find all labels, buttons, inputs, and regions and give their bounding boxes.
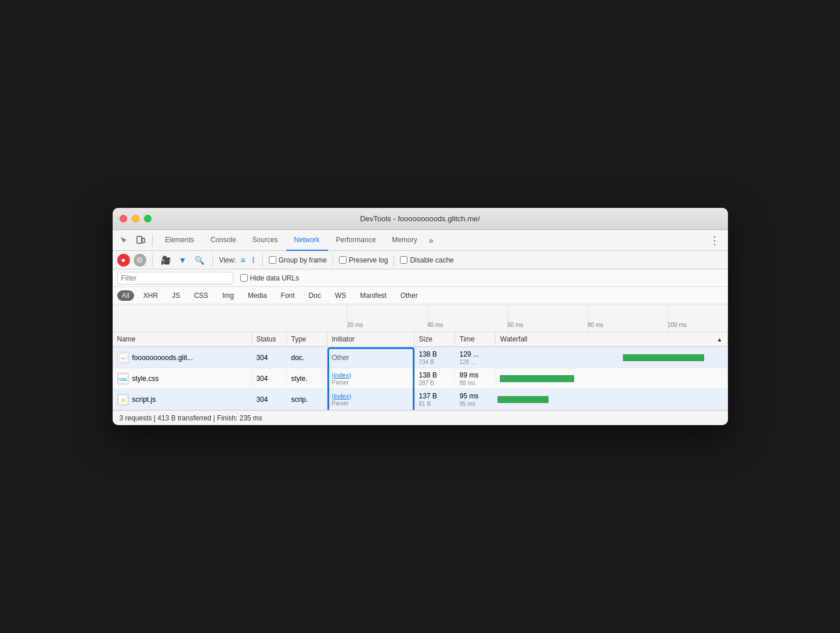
- td-name-3: JS script.js: [113, 389, 252, 409]
- td-type-2: style.: [287, 368, 327, 389]
- divider: [152, 235, 153, 246]
- tab-memory[interactable]: Memory: [384, 230, 425, 251]
- type-filter-media[interactable]: Media: [243, 290, 272, 301]
- filter-input[interactable]: [117, 272, 233, 285]
- td-time-1: 129 ... 128 ...: [455, 347, 496, 368]
- minimize-button[interactable]: [132, 215, 139, 222]
- timeline-tick-60ms: 60 ms: [507, 322, 523, 328]
- search-icon[interactable]: 🔍: [192, 254, 207, 266]
- more-tabs-icon[interactable]: »: [426, 236, 437, 245]
- timeline-tick-100ms: 100 ms: [668, 322, 687, 328]
- group-by-frame-checkbox[interactable]: Group by frame: [269, 256, 327, 264]
- type-filter-manifest[interactable]: Manifest: [355, 290, 391, 301]
- tab-bar: Elements Console Sources Network Perform…: [157, 230, 704, 251]
- window-title: DevTools - fooooooooods.glitch.me/: [360, 214, 480, 223]
- td-waterfall-2: [496, 368, 728, 389]
- maximize-button[interactable]: [144, 215, 152, 222]
- svg-text:CSS: CSS: [119, 377, 127, 381]
- timeline-tick-20ms: 20 ms: [347, 322, 363, 328]
- table-row[interactable]: CSS style.css 304 style. (index) Parser …: [113, 368, 728, 389]
- td-initiator-3: (index) Parser: [327, 389, 414, 409]
- svg-text:<>: <>: [121, 357, 125, 360]
- th-time[interactable]: Time: [455, 332, 496, 346]
- type-filter-xhr[interactable]: XHR: [139, 290, 163, 301]
- record-button[interactable]: ●: [117, 254, 130, 267]
- disable-cache-checkbox[interactable]: Disable cache: [400, 256, 453, 264]
- td-name-2: CSS style.css: [113, 368, 252, 389]
- camera-icon[interactable]: 🎥: [158, 254, 173, 266]
- view-label: View:: [219, 256, 236, 264]
- svg-rect-0: [137, 236, 142, 243]
- device-icon[interactable]: [134, 233, 147, 247]
- tab-network[interactable]: Network: [286, 230, 328, 251]
- svg-rect-1: [142, 238, 145, 243]
- td-waterfall-3: [496, 389, 728, 409]
- table-row[interactable]: <> fooooooooods.glit... 304 doc. Other 1…: [113, 347, 728, 368]
- timeline-header: 20 ms 40 ms 60 ms 80 ms 100 ms: [113, 304, 728, 332]
- td-size-1: 138 B 734 B: [414, 347, 455, 368]
- td-status-2: 304: [252, 368, 287, 389]
- status-bar: 3 requests | 413 B transferred | Finish:…: [113, 410, 728, 425]
- td-time-2: 89 ms 88 ms: [455, 368, 496, 389]
- td-size-2: 138 B 287 B: [414, 368, 455, 389]
- th-status[interactable]: Status: [252, 332, 287, 346]
- close-button[interactable]: [120, 215, 127, 222]
- filter-icon[interactable]: ▼: [176, 254, 189, 266]
- td-waterfall-1: [496, 347, 728, 368]
- title-bar: DevTools - fooooooooods.glitch.me/: [113, 208, 728, 230]
- status-text: 3 requests | 413 B transferred | Finish:…: [120, 414, 262, 422]
- table-header: Name Status Type Initiator Size Time Wat…: [113, 332, 728, 347]
- td-initiator-1: Other: [327, 347, 414, 368]
- preserve-log-checkbox[interactable]: Preserve log: [339, 256, 388, 264]
- menu-icon[interactable]: ⋮: [706, 234, 723, 247]
- type-filter-all[interactable]: All: [117, 290, 134, 301]
- divider: [333, 254, 333, 266]
- file-icon-js: JS: [117, 394, 129, 405]
- divider: [394, 254, 394, 266]
- devtools-window: DevTools - fooooooooods.glitch.me/ Eleme…: [113, 208, 728, 425]
- th-type[interactable]: Type: [287, 332, 327, 346]
- waterfall-view-icon[interactable]: ⌇: [250, 254, 257, 266]
- type-filter-css[interactable]: CSS: [189, 290, 213, 301]
- filter-bar: Hide data URLs: [113, 269, 728, 287]
- type-filter-js[interactable]: JS: [167, 290, 185, 301]
- tab-performance[interactable]: Performance: [328, 230, 384, 251]
- td-type-1: doc.: [287, 347, 327, 368]
- traffic-lights: [120, 215, 152, 222]
- file-icon-html: <>: [117, 352, 129, 364]
- td-type-3: scrip.: [287, 389, 327, 409]
- tab-sources[interactable]: Sources: [244, 230, 286, 251]
- divider: [152, 254, 153, 266]
- td-time-3: 95 ms 95 ms: [455, 389, 496, 409]
- td-initiator-2: (index) Parser: [327, 368, 414, 389]
- type-filter-bar: All XHR JS CSS Img Media Font Doc WS Man…: [113, 287, 728, 304]
- td-status-3: 304: [252, 389, 287, 409]
- td-name-1: <> fooooooooods.glit...: [113, 347, 252, 368]
- th-name[interactable]: Name: [113, 332, 252, 346]
- network-table-container: Name Status Type Initiator Size Time Wat…: [113, 332, 728, 410]
- th-initiator[interactable]: Initiator: [327, 332, 414, 346]
- clear-button[interactable]: ⊘: [134, 254, 146, 267]
- td-size-3: 137 B 81 B: [414, 389, 455, 409]
- network-toolbar: ● ⊘ 🎥 ▼ 🔍 View: ≡ ⌇ Group by frame Prese…: [113, 251, 728, 269]
- tab-console[interactable]: Console: [203, 230, 244, 251]
- divider: [262, 254, 263, 266]
- hide-data-urls-checkbox[interactable]: Hide data URLs: [240, 274, 300, 282]
- inspect-icon[interactable]: [117, 233, 131, 247]
- td-status-1: 304: [252, 347, 287, 368]
- tab-elements[interactable]: Elements: [157, 230, 203, 251]
- type-filter-ws[interactable]: WS: [330, 290, 351, 301]
- type-filter-font[interactable]: Font: [276, 290, 300, 301]
- list-view-icon[interactable]: ≡: [240, 254, 247, 266]
- type-filter-doc[interactable]: Doc: [304, 290, 326, 301]
- main-toolbar: Elements Console Sources Network Perform…: [113, 230, 728, 251]
- table-row[interactable]: JS script.js 304 scrip. (index) Parser 1…: [113, 389, 728, 410]
- type-filter-img[interactable]: Img: [218, 290, 239, 301]
- type-filter-other[interactable]: Other: [396, 290, 423, 301]
- file-icon-css: CSS: [117, 373, 129, 384]
- th-waterfall[interactable]: Waterfall ▲: [496, 332, 728, 346]
- th-size[interactable]: Size: [414, 332, 455, 346]
- sort-arrow-icon: ▲: [717, 336, 723, 343]
- divider: [212, 254, 213, 266]
- svg-text:JS: JS: [120, 397, 125, 402]
